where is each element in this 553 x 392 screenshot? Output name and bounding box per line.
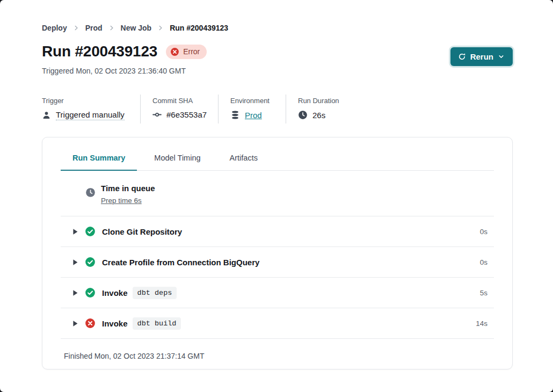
step-label: Invoke	[102, 288, 128, 297]
step-duration: 14s	[476, 320, 487, 328]
run-summary-card: Run SummaryModel TimingArtifacts Time in…	[42, 137, 513, 369]
meta-item-trigger: TriggerTriggered manually	[42, 95, 141, 124]
page-title: Run #200439123	[42, 43, 157, 60]
person-icon	[42, 111, 51, 120]
tab-bar: Run SummaryModel TimingArtifacts	[61, 137, 494, 171]
step-label: Create Profile from Connection BigQuery	[102, 258, 259, 267]
database-icon	[230, 110, 240, 120]
clock-icon	[298, 110, 308, 120]
card-footer: Finished Mon, 02 Oct 2023 21:37:14 GMT	[61, 339, 494, 360]
step-label: Clone Git Repository	[102, 227, 182, 236]
step-row[interactable]: Create Profile from Connection BigQuery0…	[61, 247, 494, 278]
step-row[interactable]: Invokedbt deps5s	[61, 278, 494, 308]
meta-value: #6e3553a7	[166, 110, 207, 119]
triggered-timestamp: Triggered Mon, 02 Oct 2023 21:36:40 GMT	[42, 67, 207, 75]
queue-clock-icon	[85, 187, 96, 205]
expand-caret-icon[interactable]	[72, 320, 79, 327]
time-in-queue-section: Time in queue Prep time 6s	[61, 184, 494, 216]
commit-icon	[152, 110, 162, 119]
expand-caret-icon[interactable]	[72, 259, 79, 266]
chevron-right-icon	[108, 24, 115, 32]
step-command: dbt build	[133, 317, 181, 330]
tab-model-timing[interactable]: Model Timing	[142, 154, 212, 171]
meta-label: Run Duration	[298, 97, 339, 105]
expand-caret-icon[interactable]	[72, 228, 79, 235]
success-check-icon	[85, 226, 96, 237]
rerun-button-label: Rerun	[470, 52, 493, 61]
success-check-icon	[85, 257, 96, 267]
breadcrumb: DeployProdNew JobRun #200439123	[42, 0, 513, 32]
finished-timestamp: Finished Mon, 02 Oct 2023 21:37:14 GMT	[61, 352, 494, 360]
error-circle-icon	[170, 47, 179, 56]
error-x-icon	[85, 318, 96, 329]
meta-label: Environment	[230, 97, 286, 105]
meta-item-environment: EnvironmentProd	[219, 95, 286, 124]
chevron-right-icon	[157, 24, 164, 32]
step-duration: 5s	[480, 289, 487, 297]
run-metadata: TriggerTriggered manuallyCommit SHA#6e35…	[42, 95, 513, 124]
tab-run-summary[interactable]: Run Summary	[61, 154, 137, 171]
breadcrumb-item-deploy[interactable]: Deploy	[42, 24, 67, 32]
step-row[interactable]: Invokedbt build14s	[61, 308, 494, 339]
step-list: Clone Git Repository0sCreate Profile fro…	[42, 216, 512, 339]
breadcrumb-item-prod[interactable]: Prod	[85, 24, 103, 32]
rerun-button[interactable]: Rerun	[450, 47, 513, 66]
header: Run #200439123 Error Triggered Mon, 02 O…	[42, 43, 513, 75]
meta-label: Commit SHA	[152, 97, 218, 105]
queue-title: Time in queue	[101, 184, 155, 193]
success-check-icon	[85, 287, 96, 298]
meta-item-commit-sha: Commit SHA#6e3553a7	[141, 95, 219, 124]
meta-item-run-duration: Run Duration26s	[286, 95, 339, 124]
step-duration: 0s	[480, 258, 487, 266]
meta-value[interactable]: Triggered manually	[56, 110, 125, 120]
status-badge-label: Error	[183, 47, 200, 56]
run-detail-page: DeployProdNew JobRun #200439123 Run #200…	[0, 0, 553, 392]
step-row[interactable]: Clone Git Repository0s	[61, 216, 494, 247]
step-duration: 0s	[480, 228, 487, 236]
prep-time-link[interactable]: Prep time 6s	[101, 197, 142, 205]
breadcrumb-item-new-job[interactable]: New Job	[121, 24, 152, 32]
chevron-right-icon	[72, 24, 80, 32]
chevron-down-icon[interactable]	[498, 53, 505, 60]
expand-caret-icon[interactable]	[72, 289, 79, 296]
meta-value: 26s	[312, 111, 325, 120]
meta-label: Trigger	[42, 97, 140, 105]
tab-artifacts[interactable]: Artifacts	[218, 154, 270, 171]
step-command: dbt deps	[133, 287, 177, 299]
breadcrumb-item-run-200439123: Run #200439123	[170, 24, 228, 32]
meta-value[interactable]: Prod	[245, 111, 262, 120]
refresh-icon	[458, 53, 466, 61]
step-label: Invoke	[102, 319, 128, 328]
status-badge: Error	[166, 45, 207, 59]
